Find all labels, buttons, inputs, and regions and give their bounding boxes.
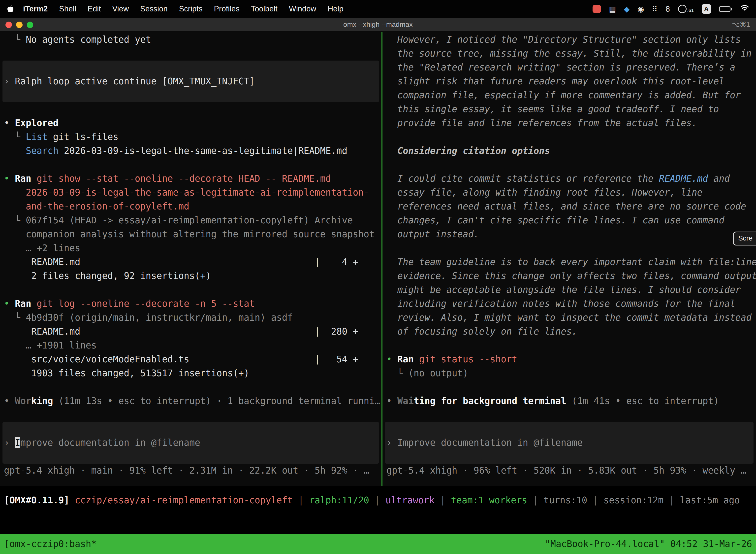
terminal-line: review. Also, I might want to inspect th… [382,311,756,325]
menu-item-view[interactable]: View [107,4,135,13]
terminal-line: └ 4b9d30f (origin/main, instructkr/main,… [0,311,381,325]
diamond-app-icon[interactable]: ◆ [624,5,630,13]
terminal-line: and-the-erosion-of-copyleft.md [0,200,381,214]
terminal-line: › Improve documentation in @filename [2,436,379,450]
terminal-pane-right[interactable]: However, I noticed the "Directory Struct… [382,32,756,486]
terminal-line: I could cite commit statistics or refere… [382,172,756,186]
terminal-line: might be acceptable alongside the file l… [382,283,756,297]
menu-item-scripts[interactable]: Scripts [173,4,208,13]
battery-nub [731,8,732,10]
window-title: omx --xhigh --madmax [343,20,413,29]
terminal-line: Considering citation options [382,144,756,158]
menu-item-session[interactable]: Session [134,4,173,13]
terminal-line: 1903 files changed, 513517 insertions(+) [0,366,381,380]
prompt-input[interactable]: › Improve documentation in @filename [385,422,754,464]
window-shortcut-label: ⌥⌘1 [732,20,750,29]
ralph-loop-banner: › Ralph loop active continue [OMX_TMUX_I… [2,61,379,102]
terminal-line: 2 files changed, 92 insertions(+) [0,269,381,283]
input-source-icon[interactable]: A [702,4,711,14]
omx-status-bar: [OMX#0.11.9] cczip/essay/ai-reimplementa… [0,493,756,507]
menu-item-edit[interactable]: Edit [82,4,107,13]
menu-item-iterm2[interactable]: iTerm2 [17,4,53,13]
zoom-button[interactable] [27,21,33,28]
terminal-blank-line [0,102,381,116]
terminal-window: └ No agents completed yet› Ralph loop ac… [0,32,756,486]
terminal-line: the source tree, missing the essay. Stil… [382,47,756,61]
terminal-line: • Explored [0,116,381,130]
wifi-icon[interactable] [740,4,749,13]
close-button[interactable] [5,21,12,28]
gauge-circle-icon [678,5,687,13]
terminal-line: • Working (11m 13s • esc to interrupt) ·… [0,394,381,408]
terminal-line: The team guideline is to back every impo… [382,255,756,269]
terminal-line: • Ran git status --short [382,352,756,366]
terminal-line: companion file, especially if more comme… [382,88,756,102]
terminal-line: README.md | 280 + [0,325,381,339]
terminal-line: slight risk that future readers may over… [382,74,756,88]
macos-menubar: iTerm2ShellEditViewSessionScriptsProfile… [0,0,756,18]
terminal-line: • Ran git log --oneline --decorate -n 5 … [0,297,381,311]
terminal-blank-line [0,380,381,394]
terminal-line: companion analysis without altering the … [0,227,381,241]
grid-icon[interactable]: ▦ [609,5,616,13]
menu-item-toolbelt[interactable]: Toolbelt [245,4,283,13]
minimize-button[interactable] [16,21,22,28]
dots-grid-icon[interactable]: ⠿ [652,5,657,13]
terminal-line: changes, I can't cite specific file line… [382,214,756,227]
window-titlebar: omx --xhigh --madmax ⌥⌘1 [0,18,756,32]
terminal-blank-line [0,158,381,172]
apple-menu-icon[interactable] [7,5,14,13]
traffic-lights [5,18,33,32]
screen-record-indicator-icon[interactable] [592,5,601,13]
menu-item-help[interactable]: Help [322,4,349,13]
terminal-blank-line [382,158,756,172]
terminal-pane-left[interactable]: └ No agents completed yet› Ralph loop ac… [0,32,381,486]
camera-icon[interactable]: ◉ [637,5,644,13]
terminal-line: • Waiting for background terminal (1m 41… [382,394,756,408]
screen-overlay-popup: Scre [733,232,756,245]
terminal-blank-line [382,380,756,394]
menu-item-profiles[interactable]: Profiles [208,4,245,13]
terminal-line: including verification notes with those … [382,297,756,311]
terminal-line: 2026-03-09-is-legal-the-same-as-legitima… [0,186,381,200]
stats-gauge-label: .61 [687,8,694,13]
terminal-blank-line [0,408,381,422]
tmux-status-bar: [omx-cczip0:bash* "MacBook-Pro-44.local"… [0,534,756,554]
terminal-line: Search 2026-03-09-is-legal-the-same-as-l… [0,144,381,158]
stats-gauge-icon[interactable]: .61 [678,5,694,13]
menu-item-shell[interactable]: Shell [53,4,82,13]
terminal-blank-line [0,283,381,297]
terminal-blank-line [382,339,756,352]
battery-body [719,6,731,12]
terminal-line: output instead. [382,227,756,241]
menubar-status-icons: ▦ ◆ ◉ ⠿ 8 .61 A [592,4,749,14]
tmux-session-label: [omx-cczip0:bash* [4,539,97,549]
eight-icon[interactable]: 8 [665,5,670,13]
menu-item-window[interactable]: Window [283,4,322,13]
terminal-line: … +2 lines [0,241,381,255]
terminal-line: references need actual files, and since … [382,200,756,214]
terminal-blank-line [382,130,756,144]
terminal-blank-line [382,408,756,422]
terminal-blank-line [382,241,756,255]
terminal-line: the "Related research writing" section i… [382,61,756,74]
terminal-line: … +1901 lines [0,339,381,352]
prompt-input[interactable]: › Improve documentation in @filename [2,422,379,464]
menu-items: iTerm2ShellEditViewSessionScriptsProfile… [17,4,349,13]
terminal-line: evidence. Since this change only affects… [382,269,756,283]
terminal-line: └ 067f154 (HEAD -> essay/ai-reimplementa… [0,214,381,227]
tmux-host-clock-label: "MacBook-Pro-44.local" 04:52 31-Mar-26 [545,539,752,549]
terminal-line: this single essay, it seems like a good … [382,102,756,116]
terminal-line: └ (no output) [382,366,756,380]
terminal-line: README.md | 4 + [0,255,381,269]
terminal-line: of focusing solely on file lines. [382,325,756,339]
terminal-line: └ List git ls-files [0,130,381,144]
terminal-line: › Improve documentation in @filename [385,436,754,450]
battery-icon[interactable] [719,6,732,12]
terminal-line: essay file, along with finding root file… [382,186,756,200]
terminal-blank-line [0,47,381,61]
terminal-line: provide file and line references from th… [382,116,756,130]
terminal-line: gpt-5.4 xhigh · 96% left · 520K in · 5.8… [382,464,756,478]
terminal-line: However, I noticed the "Directory Struct… [382,33,756,47]
terminal-line: src/voice/voiceModeEnabled.ts | 54 + [0,352,381,366]
